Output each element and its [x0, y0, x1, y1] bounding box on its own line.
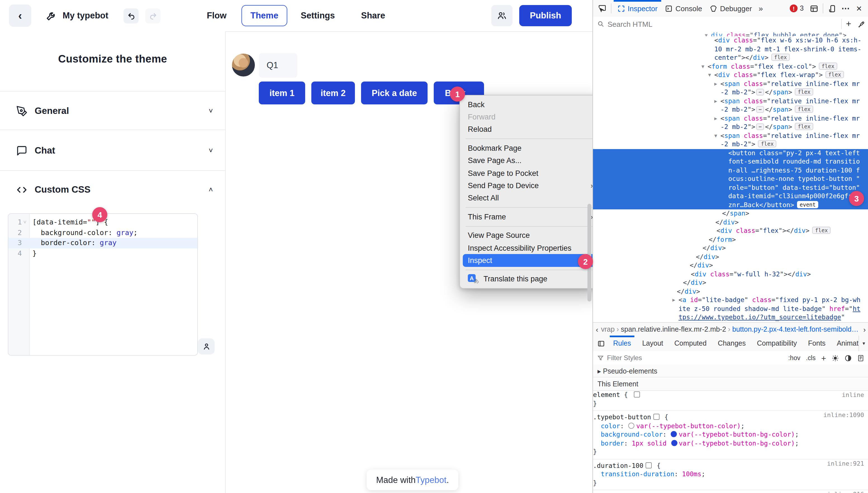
split-console-icon[interactable] [807, 2, 821, 15]
html-tree-node[interactable]: </form> [593, 235, 868, 244]
tab-settings[interactable]: Settings [301, 0, 335, 31]
css-rule-line[interactable]: .transition-all {inline:916 [593, 490, 868, 493]
menu-item[interactable]: This Frame› [460, 211, 600, 223]
css-rule-line[interactable]: } [593, 400, 868, 408]
print-simulation-icon[interactable] [857, 354, 864, 362]
collaborators-button[interactable] [491, 5, 512, 26]
menu-item[interactable]: Forward [460, 111, 600, 123]
menu-item[interactable]: Select All [460, 192, 600, 205]
menu-item[interactable]: Inspect [463, 254, 597, 267]
undo-button[interactable] [123, 8, 139, 23]
page-scrollbar[interactable] [587, 204, 591, 301]
all-tabs-dropdown-icon[interactable]: ▾ [859, 336, 868, 351]
tab-console[interactable]: Console [662, 0, 706, 17]
rules-tab[interactable]: Compatibility [751, 336, 802, 351]
breadcrumb-scroll-right-icon[interactable]: › [861, 325, 868, 334]
css-rule-line[interactable]: } [593, 479, 868, 488]
rules-tab[interactable]: Computed [669, 336, 712, 351]
menu-item[interactable]: Save Page As... [460, 154, 600, 167]
menu-item[interactable]: View Page Source [460, 229, 600, 242]
html-tree-node[interactable]: <div class="flex"></div>flex [593, 227, 868, 235]
code-line[interactable]: 4 } [8, 248, 197, 258]
back-button[interactable]: ‹ [9, 4, 31, 27]
section-custom-css[interactable]: Custom CSS ˄ [0, 170, 225, 208]
pseudo-elements-header[interactable]: ▸ Pseudo-elements [593, 365, 868, 378]
css-rule-line[interactable]: element { inline [593, 391, 868, 400]
more-tabs-button[interactable]: » [756, 0, 766, 17]
tab-flow[interactable]: Flow [207, 0, 227, 31]
css-rule-line[interactable]: transition-duration: 100ms; [593, 470, 868, 479]
toggle-class-button[interactable]: .cls [806, 355, 816, 361]
menu-item[interactable]: Reload [460, 123, 600, 136]
dark-theme-icon[interactable] [845, 354, 852, 362]
rule-source-link[interactable]: inline:921 [827, 459, 864, 468]
html-tree-node[interactable]: </div> [593, 218, 868, 227]
choice-button-pick-a-date[interactable]: Pick a date [361, 82, 428, 104]
html-tree-node[interactable]: ▶<span class="relative inline-flex mr-2 … [593, 80, 868, 97]
html-tree-node[interactable]: </div> [593, 287, 868, 296]
css-rule-line[interactable]: } [593, 448, 868, 456]
add-rule-icon[interactable]: + [821, 353, 826, 363]
html-tree-node[interactable]: </div> [593, 244, 868, 253]
add-rule-icon[interactable]: + [846, 19, 851, 29]
css-rule-line[interactable]: background-color: var(--typebot-button-b… [593, 430, 868, 439]
eyedropper-icon[interactable] [858, 20, 865, 28]
pick-element-icon[interactable] [595, 2, 609, 15]
code-line[interactable]: 3 border-color: gray [8, 238, 197, 248]
rule-source-link[interactable]: inline [842, 391, 864, 400]
html-tree-node[interactable]: </div> [593, 261, 868, 270]
preview-avatar-toggle-button[interactable] [198, 338, 215, 355]
menu-item[interactable]: Send Page to Device› [460, 179, 600, 192]
html-tree-node[interactable]: ▼<span class="relative inline-flex mr-2 … [593, 131, 868, 149]
meatball-menu-icon[interactable]: ⋯ [839, 2, 852, 15]
rules-tab[interactable]: Rules [608, 336, 637, 351]
html-tree-node[interactable]: <div class="w-full h-32"></div> [593, 270, 868, 279]
menu-item[interactable]: Bookmark Page [460, 142, 600, 154]
responsive-mode-icon[interactable] [826, 2, 839, 15]
typebot-link[interactable]: Typebot [416, 475, 446, 485]
html-tree-node[interactable]: ▶<span class="relative inline-flex mr-2 … [593, 114, 868, 131]
light-theme-icon[interactable] [832, 354, 839, 362]
breadcrumb[interactable]: vrap › span.relative.inline-flex.mr-2.mb… [601, 325, 861, 333]
close-devtools-icon[interactable]: ✕ [852, 2, 866, 15]
html-tree-node[interactable]: ▼div class="flex bubble enter done">flex [593, 31, 868, 36]
choice-button-item1[interactable]: item 1 [259, 82, 305, 104]
typebot-name[interactable]: My typebot [63, 10, 108, 21]
menu-item[interactable]: Inspect Accessibility Properties [460, 242, 600, 254]
html-tree-node[interactable]: </div> [593, 279, 868, 287]
css-rule-line[interactable]: .duration-100 {inline:921 [593, 459, 868, 470]
filter-styles-input[interactable]: Filter Styles [607, 354, 642, 362]
css-code-editor[interactable]: 1˅ [data-itemid=""] { 2 background-color… [8, 213, 198, 356]
rule-source-link[interactable]: inline:916 [827, 490, 864, 493]
html-tree-node[interactable]: ▼<form class="flex flex-col">flex [593, 62, 868, 71]
menu-item[interactable]: AあTranslate this page [460, 273, 600, 285]
html-tree-node[interactable]: ▼<div class="flex flex-wrap">flex [593, 71, 868, 80]
rule-source-link[interactable]: inline:1090 [823, 411, 864, 420]
html-tree-node[interactable]: <div class="flex w-6 xs:w-10 h-6 xs:h-10… [593, 36, 868, 62]
tab-inspector[interactable]: Inspector [614, 0, 662, 17]
made-with-badge[interactable]: Made with Typebot. [367, 470, 458, 490]
sidebar-toggle-icon[interactable] [594, 337, 608, 350]
code-line[interactable]: 2 background-color: gray; [8, 228, 197, 238]
redo-button[interactable] [145, 8, 160, 23]
breadcrumb-scroll-left-icon[interactable]: ‹ [593, 325, 601, 334]
rules-tab[interactable]: Fonts [803, 336, 831, 351]
rules-tab[interactable]: Changes [712, 336, 751, 351]
html-tree-node[interactable]: <button class="py-2 px-4 text-left font-… [593, 149, 868, 209]
tab-debugger[interactable]: Debugger [706, 0, 756, 17]
menu-item[interactable]: Save Page to Pocket [460, 167, 600, 179]
choice-button-item2[interactable]: item 2 [311, 82, 355, 104]
html-tree-node[interactable]: </div> [593, 253, 868, 261]
css-rule-line[interactable]: .typebot-button {inline:1090 [593, 410, 868, 422]
html-tree-node[interactable]: </span> [593, 209, 868, 218]
tab-theme[interactable]: Theme [241, 5, 287, 26]
html-tree-node[interactable]: ▶<span class="relative inline-flex mr-2 … [593, 97, 868, 114]
css-rule-line[interactable]: border: 1px solid var(--typebot-button-b… [593, 439, 868, 448]
publish-button[interactable]: Publish [519, 5, 572, 26]
search-html-bar[interactable]: Search HTML + [593, 17, 868, 32]
toggle-hover-button[interactable]: :hov [788, 355, 800, 361]
rules-tab[interactable]: Layout [637, 336, 669, 351]
tab-share[interactable]: Share [361, 0, 385, 31]
menu-item[interactable]: Back [460, 98, 600, 111]
section-general[interactable]: General ˅ [0, 91, 225, 130]
